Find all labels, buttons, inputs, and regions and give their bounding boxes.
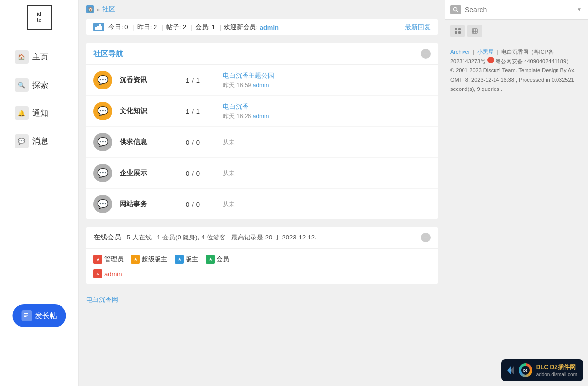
icp-dot [487,57,494,63]
copyright-text: © 2001-2023 Discuz! Team. Template Desig… [450,66,583,75]
forum-last-post: 从未 [223,138,431,147]
forum-bubble: 💬 [93,102,112,120]
user-avatar: A [93,269,102,278]
svg-rect-6 [101,26,102,30]
last-user[interactable]: admin [253,113,269,119]
role-label: 版主 [186,255,198,264]
online-body: ★ 管理员 ★ 超级版主 ★ 版主 ★ 会员 A admin [86,249,438,284]
home-icon: 🏠 [15,50,29,64]
forum-bubble: 💬 [93,164,112,182]
role-badge: ★ [175,255,184,264]
svg-rect-5 [99,24,101,30]
forum-row: 💬 沉香资讯 1 / 1 电白沉香主题公园 昨天 16:59 admin [86,65,438,96]
message-icon: 💬 [15,134,29,148]
svg-rect-10 [458,28,461,30]
section-collapse-button[interactable]: − [421,49,431,59]
dlc-logo: DZ [507,363,532,377]
forum-stats: 0 / 0 [186,201,216,208]
online-user-item: A admin [93,269,122,278]
search-dropdown-icon[interactable]: ▼ [575,6,583,14]
last-info-never: 从未 [223,169,431,178]
forum-name[interactable]: 网站事务 [120,200,179,208]
sidebar-item-notification[interactable]: 🔔 通知 [10,100,69,126]
sidebar-item-explore-label: 探索 [32,80,48,90]
right-bottom-area: DZ DLC DZ插件网 addon.dismall.com [445,355,588,386]
role-list: ★ 管理员 ★ 超级版主 ★ 版主 ★ 会员 [93,255,431,264]
right-info: Archiver | 小黑屋 | 电白沉香网（粤ICP备2023143273号 … [445,42,588,98]
svg-rect-1 [24,315,28,316]
post-button-label: 发长帖 [35,311,57,321]
svg-rect-0 [24,313,28,314]
last-user[interactable]: admin [253,82,269,89]
forum-stats: 0 / 0 [186,139,216,146]
today-stat: 今日: 0 [108,23,128,31]
post-button-icon [21,310,32,321]
sidebar-item-notification-label: 通知 [32,108,48,119]
last-topic-link[interactable]: 电白沉香 [223,102,431,111]
forum-bubble: 💬 [93,195,112,213]
posts-stat: 帖子: 2 [166,23,186,31]
site-link[interactable]: 电白沉香网 [86,296,118,303]
app-logo: id te [27,5,52,30]
forum-bubble-icon: 💬 [97,106,108,117]
section-title: 社区导航 [93,49,123,59]
role-label: 超级版主 [142,255,167,264]
svg-rect-4 [97,26,99,30]
forum-stats: 0 / 0 [186,170,216,177]
forum-row: 💬 文化知识 1 / 1 电白沉香 昨天 16:26 admin [86,96,438,127]
role-badge: ★ [206,255,215,264]
sidebar-item-home-label: 主页 [32,52,48,62]
post-button[interactable]: 发长帖 [12,304,66,327]
role-item: ★ 超级版主 [131,255,167,264]
online-user-name[interactable]: admin [104,270,122,278]
user-list: A admin [93,269,431,278]
right-icon-1[interactable] [450,25,465,37]
breadcrumb-community[interactable]: 社区 [102,5,115,14]
forum-name[interactable]: 企业展示 [120,169,179,178]
forum-name[interactable]: 沉香资讯 [120,76,179,85]
role-label: 会员 [217,255,229,264]
blacklist-link[interactable]: 小黑屋 [477,49,494,55]
search-bar: ▼ [445,0,588,20]
breadcrumb: 🏠 » 社区 [86,5,438,14]
new-member-name[interactable]: admin [260,24,279,31]
sidebar-item-home[interactable]: 🏠 主页 [10,44,69,70]
forum-name[interactable]: 供求信息 [120,138,179,147]
addon-info: DLC DZ插件网 addon.dismall.com [536,363,577,377]
online-collapse-button[interactable]: − [421,233,431,242]
role-item: ★ 管理员 [93,255,124,264]
last-info: 昨天 16:26 admin [223,112,431,120]
forum-row: 💬 供求信息 0 / 0 从未 [86,127,438,158]
latest-reply-link[interactable]: 最新回复 [405,23,431,31]
yesterday-stat: 昨日: 2 [137,23,157,31]
svg-rect-2 [24,316,26,317]
role-item: ★ 会员 [206,255,229,264]
forum-bubble-icon: 💬 [97,75,108,86]
search-input[interactable] [465,6,571,14]
sidebar-item-explore[interactable]: 🔍 探索 [10,72,69,98]
forum-name[interactable]: 文化知识 [120,107,179,116]
main-content: 🏠 » 社区 今日: 0 | 昨日: 2 | 帖子: 2 | 会员: 1 | 欢… [79,0,445,386]
right-icon-2[interactable] [467,25,482,37]
online-title: 在线会员 - 5 人在线 - 1 会员(0 隐身), 4 位游客 - 最高记录是… [93,233,317,242]
svg-rect-3 [95,27,97,30]
forum-bubble-icon: 💬 [97,199,108,209]
svg-rect-9 [455,28,457,30]
section-header: 社区导航 − [86,43,438,65]
svg-line-8 [457,11,458,12]
last-info-never: 从未 [223,200,431,208]
dz-circle-logo: DZ [519,363,532,377]
server-info: GMT+8, 2023-12-14 16:38 , Processed in 0… [450,75,583,93]
home-breadcrumb-icon[interactable]: 🏠 [86,5,94,13]
sidebar-item-message[interactable]: 💬 消息 [10,128,69,154]
breadcrumb-sep: » [96,6,100,13]
members-stat: 会员: 1 [195,23,215,31]
forum-last-post: 从未 [223,200,431,208]
svg-rect-11 [455,31,457,34]
last-topic-link[interactable]: 电白沉香主题公园 [223,71,431,80]
forum-row: 💬 企业展示 0 / 0 从未 [86,158,438,189]
footer-site-link: 电白沉香网 [86,292,438,308]
archiver-link[interactable]: Archiver [450,49,470,55]
explore-icon: 🔍 [15,78,29,92]
forum-bubble-icon: 💬 [97,137,108,148]
